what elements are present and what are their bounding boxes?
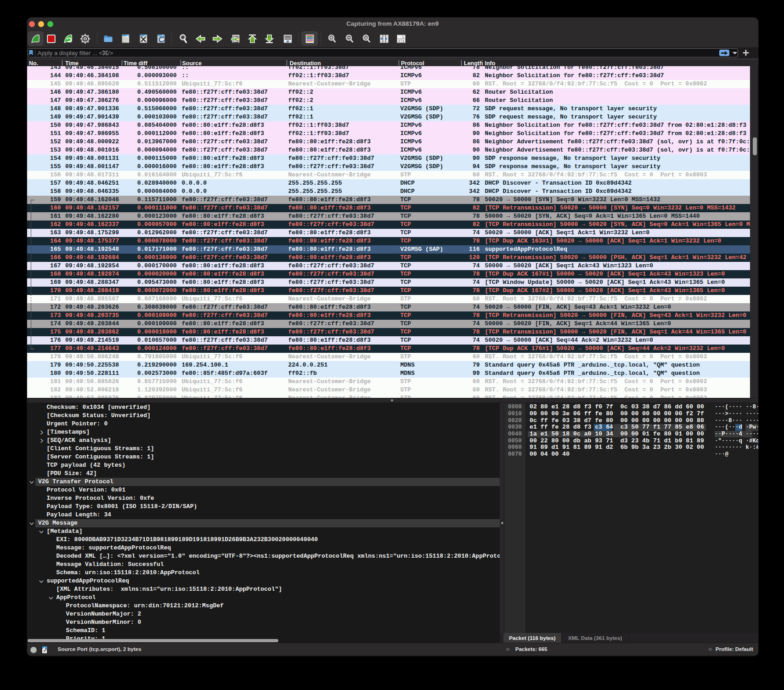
svg-text:2: 2 — [398, 39, 400, 42]
svg-text:3: 3 — [402, 39, 404, 42]
svg-text:1: 1 — [402, 35, 404, 38]
svg-text:0111: 0111 — [123, 40, 128, 43]
